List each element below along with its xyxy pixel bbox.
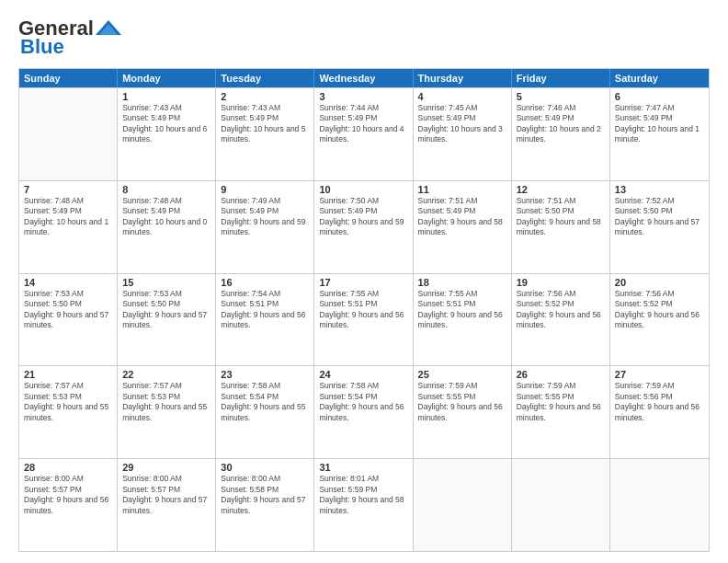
cell-info: Sunrise: 7:58 AM Sunset: 5:54 PM Dayligh… (319, 381, 407, 423)
day-header-thursday: Thursday (414, 69, 512, 87)
day-number: 15 (122, 277, 210, 288)
calendar-header: SundayMondayTuesdayWednesdayThursdayFrid… (19, 69, 709, 87)
cal-cell-4-4: 24Sunrise: 7:58 AM Sunset: 5:54 PM Dayli… (314, 366, 413, 458)
cell-info: Sunrise: 7:48 AM Sunset: 5:49 PM Dayligh… (122, 196, 210, 238)
cal-cell-3-2: 15Sunrise: 7:53 AM Sunset: 5:50 PM Dayli… (118, 274, 216, 366)
cal-cell-3-5: 18Sunrise: 7:55 AM Sunset: 5:51 PM Dayli… (414, 274, 512, 366)
day-number: 19 (517, 277, 605, 288)
cell-info: Sunrise: 7:59 AM Sunset: 5:56 PM Dayligh… (615, 381, 704, 423)
cell-info: Sunrise: 8:00 AM Sunset: 5:57 PM Dayligh… (122, 474, 210, 516)
day-number: 10 (319, 184, 407, 195)
cell-info: Sunrise: 7:52 AM Sunset: 5:50 PM Dayligh… (615, 196, 704, 238)
cell-info: Sunrise: 7:46 AM Sunset: 5:49 PM Dayligh… (517, 103, 605, 145)
cal-cell-3-1: 14Sunrise: 7:53 AM Sunset: 5:50 PM Dayli… (19, 274, 118, 366)
cal-cell-1-6: 5Sunrise: 7:46 AM Sunset: 5:49 PM Daylig… (512, 88, 610, 180)
cal-cell-2-1: 7Sunrise: 7:48 AM Sunset: 5:49 PM Daylig… (19, 181, 118, 273)
cell-info: Sunrise: 7:57 AM Sunset: 5:53 PM Dayligh… (122, 381, 210, 423)
cell-info: Sunrise: 7:59 AM Sunset: 5:55 PM Dayligh… (517, 381, 605, 423)
cell-info: Sunrise: 7:47 AM Sunset: 5:49 PM Dayligh… (615, 103, 704, 145)
day-number: 17 (319, 277, 407, 288)
cal-cell-3-7: 20Sunrise: 7:56 AM Sunset: 5:52 PM Dayli… (610, 274, 709, 366)
day-number: 6 (615, 91, 704, 102)
cal-cell-2-2: 8Sunrise: 7:48 AM Sunset: 5:49 PM Daylig… (118, 181, 216, 273)
day-number: 26 (517, 369, 605, 380)
cal-cell-4-7: 27Sunrise: 7:59 AM Sunset: 5:56 PM Dayli… (610, 366, 709, 458)
day-number: 27 (615, 369, 704, 380)
cal-cell-2-3: 9Sunrise: 7:49 AM Sunset: 5:49 PM Daylig… (216, 181, 314, 273)
day-number: 1 (122, 91, 210, 102)
cell-info: Sunrise: 7:56 AM Sunset: 5:52 PM Dayligh… (615, 289, 704, 331)
cal-cell-4-1: 21Sunrise: 7:57 AM Sunset: 5:53 PM Dayli… (19, 366, 118, 458)
week-row-4: 21Sunrise: 7:57 AM Sunset: 5:53 PM Dayli… (19, 365, 709, 458)
logo-blue: Blue (20, 35, 64, 59)
day-number: 16 (221, 277, 309, 288)
day-number: 12 (517, 184, 605, 195)
cal-cell-2-7: 13Sunrise: 7:52 AM Sunset: 5:50 PM Dayli… (610, 181, 709, 273)
cell-info: Sunrise: 7:43 AM Sunset: 5:49 PM Dayligh… (122, 103, 210, 145)
cell-info: Sunrise: 7:51 AM Sunset: 5:49 PM Dayligh… (418, 196, 506, 238)
cell-info: Sunrise: 7:53 AM Sunset: 5:50 PM Dayligh… (24, 289, 112, 331)
cell-info: Sunrise: 7:55 AM Sunset: 5:51 PM Dayligh… (319, 289, 407, 331)
cal-cell-3-3: 16Sunrise: 7:54 AM Sunset: 5:51 PM Dayli… (216, 274, 314, 366)
day-number: 8 (122, 184, 210, 195)
cell-info: Sunrise: 7:58 AM Sunset: 5:54 PM Dayligh… (221, 381, 309, 423)
cell-info: Sunrise: 7:43 AM Sunset: 5:49 PM Dayligh… (221, 103, 309, 145)
cal-cell-1-2: 1Sunrise: 7:43 AM Sunset: 5:49 PM Daylig… (118, 88, 216, 180)
cal-cell-1-3: 2Sunrise: 7:43 AM Sunset: 5:49 PM Daylig… (216, 88, 314, 180)
day-number: 22 (122, 369, 210, 380)
day-header-saturday: Saturday (610, 69, 709, 87)
day-number: 4 (418, 91, 506, 102)
day-number: 30 (221, 462, 309, 473)
day-header-friday: Friday (512, 69, 610, 87)
cal-cell-5-4: 31Sunrise: 8:01 AM Sunset: 5:59 PM Dayli… (314, 459, 413, 551)
calendar-body: 1Sunrise: 7:43 AM Sunset: 5:49 PM Daylig… (19, 87, 709, 551)
day-number: 21 (24, 369, 112, 380)
day-number: 28 (24, 462, 112, 473)
day-header-tuesday: Tuesday (216, 69, 314, 87)
cell-info: Sunrise: 7:55 AM Sunset: 5:51 PM Dayligh… (418, 289, 506, 331)
header: General Blue (18, 17, 710, 59)
day-number: 2 (221, 91, 309, 102)
day-number: 25 (418, 369, 506, 380)
cal-cell-5-6 (512, 459, 610, 551)
week-row-3: 14Sunrise: 7:53 AM Sunset: 5:50 PM Dayli… (19, 273, 709, 366)
day-header-sunday: Sunday (19, 69, 118, 87)
day-number: 3 (319, 91, 407, 102)
cal-cell-1-7: 6Sunrise: 7:47 AM Sunset: 5:49 PM Daylig… (610, 88, 709, 180)
cal-cell-4-5: 25Sunrise: 7:59 AM Sunset: 5:55 PM Dayli… (414, 366, 512, 458)
cal-cell-5-1: 28Sunrise: 8:00 AM Sunset: 5:57 PM Dayli… (19, 459, 118, 551)
cell-info: Sunrise: 7:57 AM Sunset: 5:53 PM Dayligh… (24, 381, 112, 423)
cal-cell-5-7 (610, 459, 709, 551)
cell-info: Sunrise: 7:44 AM Sunset: 5:49 PM Dayligh… (319, 103, 407, 145)
week-row-2: 7Sunrise: 7:48 AM Sunset: 5:49 PM Daylig… (19, 180, 709, 273)
day-number: 9 (221, 184, 309, 195)
day-number: 23 (221, 369, 309, 380)
day-number: 24 (319, 369, 407, 380)
cell-info: Sunrise: 8:01 AM Sunset: 5:59 PM Dayligh… (319, 474, 407, 516)
day-number: 11 (418, 184, 506, 195)
day-number: 31 (319, 462, 407, 473)
day-header-monday: Monday (118, 69, 216, 87)
day-number: 13 (615, 184, 704, 195)
cal-cell-5-5 (414, 459, 512, 551)
cell-info: Sunrise: 7:54 AM Sunset: 5:51 PM Dayligh… (221, 289, 309, 331)
cell-info: Sunrise: 7:50 AM Sunset: 5:49 PM Dayligh… (319, 196, 407, 238)
cell-info: Sunrise: 7:51 AM Sunset: 5:50 PM Dayligh… (517, 196, 605, 238)
cal-cell-1-5: 4Sunrise: 7:45 AM Sunset: 5:49 PM Daylig… (414, 88, 512, 180)
cell-info: Sunrise: 7:49 AM Sunset: 5:49 PM Dayligh… (221, 196, 309, 238)
cell-info: Sunrise: 7:48 AM Sunset: 5:49 PM Dayligh… (24, 196, 112, 238)
calendar: SundayMondayTuesdayWednesdayThursdayFrid… (18, 68, 710, 552)
cell-info: Sunrise: 8:00 AM Sunset: 5:57 PM Dayligh… (24, 474, 112, 516)
cal-cell-4-2: 22Sunrise: 7:57 AM Sunset: 5:53 PM Dayli… (118, 366, 216, 458)
day-number: 20 (615, 277, 704, 288)
week-row-5: 28Sunrise: 8:00 AM Sunset: 5:57 PM Dayli… (19, 458, 709, 551)
page: General Blue SundayMondayTuesdayWednesda… (0, 0, 728, 563)
cal-cell-5-2: 29Sunrise: 8:00 AM Sunset: 5:57 PM Dayli… (118, 459, 216, 551)
day-header-wednesday: Wednesday (314, 69, 413, 87)
cal-cell-1-4: 3Sunrise: 7:44 AM Sunset: 5:49 PM Daylig… (314, 88, 413, 180)
cell-info: Sunrise: 7:59 AM Sunset: 5:55 PM Dayligh… (418, 381, 506, 423)
cal-cell-4-6: 26Sunrise: 7:59 AM Sunset: 5:55 PM Dayli… (512, 366, 610, 458)
cal-cell-2-4: 10Sunrise: 7:50 AM Sunset: 5:49 PM Dayli… (314, 181, 413, 273)
day-number: 5 (517, 91, 605, 102)
day-number: 29 (122, 462, 210, 473)
